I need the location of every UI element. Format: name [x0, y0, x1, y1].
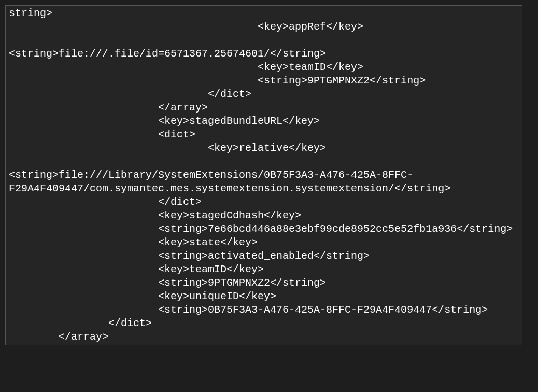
code-line: </dict> [9, 195, 519, 209]
code-line: <key>state</key> [9, 236, 519, 249]
code-line: <key>relative</key> [9, 142, 519, 155]
code-line: <string>9PTGMPNXZ2</string> [9, 276, 519, 290]
code-line: </dict> [9, 88, 519, 101]
code-line: <string>file:///.file/id=6571367.2567460… [9, 34, 519, 61]
code-line: <key>uniqueID</key> [9, 290, 519, 303]
code-line: </dict> [9, 317, 519, 330]
code-line: <string>0B75F3A3-A476-425A-8FFC-F29A4F40… [9, 303, 519, 317]
code-line: <key>stagedBundleURL</key> [9, 115, 519, 128]
code-line: <string>7e66bcd446a88e3ebf99cde8952cc5e5… [9, 222, 519, 236]
code-line: string> [9, 7, 519, 20]
code-line: <dict> [9, 128, 519, 142]
code-line: <string>9PTGMPNXZ2</string> [9, 74, 519, 88]
code-line: <key>teamID</key> [9, 263, 519, 276]
code-line: <key>stagedCdhash</key> [9, 209, 519, 222]
code-line: <string>file:///Library/SystemExtensions… [9, 155, 519, 195]
code-line: </array> [9, 101, 519, 115]
code-line: <key>appRef</key> [9, 20, 519, 34]
code-line: <key>teamID</key> [9, 61, 519, 74]
code-block: string> <key>appRef</key> <string>file:/… [5, 5, 522, 345]
code-line: </array> [9, 330, 519, 344]
code-line: <string>activated_enabled</string> [9, 249, 519, 263]
